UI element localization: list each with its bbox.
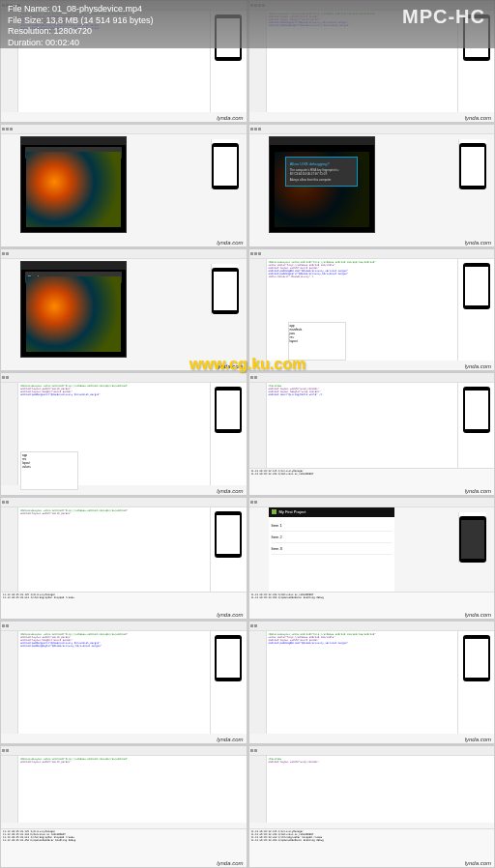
usb-debug-dialog: Allow USB debugging? The computer's RSA …	[285, 157, 359, 187]
app-icon	[272, 509, 277, 514]
thumb-11: <RelativeLayout xmlns:android="http://sc…	[0, 621, 248, 743]
thumb-10: My First Project Item 1 Item 2 Item 3 11…	[248, 497, 496, 620]
thumb-7: <RelativeLayout xmlns:android="http://sc…	[0, 372, 248, 495]
thumb-6: <RelativeLayout xmlns:android="http://sc…	[248, 248, 496, 371]
thumb-14: <TextView android:layout_width="wrap_con…	[248, 745, 496, 868]
list-item: Item 1	[272, 520, 392, 532]
thumb-9: <RelativeLayout xmlns:android="http://sc…	[0, 497, 248, 620]
android-emulator: Google	[20, 136, 127, 233]
video-info-overlay: File Name: 01_08-physdevice.mp4 File Siz…	[0, 0, 495, 48]
android-emulator: Google	[20, 261, 127, 358]
thumb-8: <TextView android:layout_width="wrap_con…	[248, 372, 496, 495]
thumb-12: <RelativeLayout xmlns:android="http://sc…	[248, 621, 496, 743]
list-item: Item 3	[272, 543, 392, 555]
thumb-5: Google lynda.com	[0, 248, 248, 371]
list-item: Item 2	[272, 532, 392, 543]
player-logo: MPC-HC	[402, 6, 485, 28]
thumb-13: <RelativeLayout xmlns:android="http://sc…	[0, 745, 248, 868]
thumb-4: Allow USB debugging? The computer's RSA …	[248, 124, 496, 246]
android-emulator: Allow USB debugging? The computer's RSA …	[269, 136, 375, 233]
brand-logo: lynda.com	[217, 115, 243, 121]
thumb-3: Google lynda.com	[0, 124, 248, 246]
logcat-panel: 11-13 09:45:32.125 I/ActivityManager 11-…	[249, 468, 495, 495]
thumbnail-grid: <RelativeLayout xmlns:android="http://sc…	[0, 0, 495, 868]
project-tree: app manifests java res layout	[288, 322, 346, 361]
